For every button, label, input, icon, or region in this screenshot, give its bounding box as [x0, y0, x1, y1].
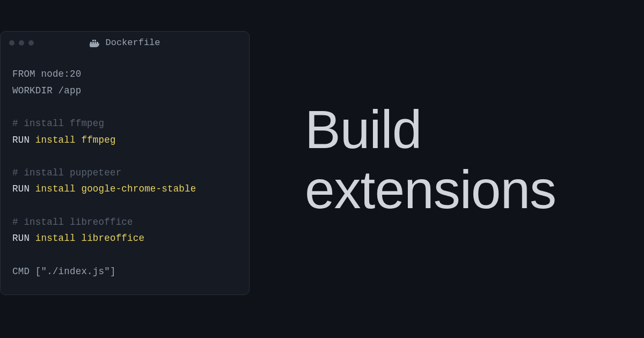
code-blank-line: [12, 247, 237, 263]
code-window: Dockerfile FROM node:20WORKDIR /app# ins…: [0, 31, 250, 295]
code-line: CMD ["./index.js"]: [12, 263, 237, 280]
code-token: RUN: [12, 183, 35, 194]
code-token: install ffmpeg: [35, 135, 116, 145]
minimize-dot[interactable]: [19, 40, 24, 46]
code-blank-line: [12, 148, 237, 165]
window-title-group: Dockerfile: [89, 38, 160, 48]
code-line: RUN install ffmpeg: [12, 132, 237, 149]
code-token: install google-chrome-stable: [35, 183, 196, 194]
window-titlebar: Dockerfile: [1, 32, 249, 54]
code-line: WORKDIR /app: [12, 83, 237, 99]
code-line: # install puppeteer: [12, 165, 237, 181]
code-blank-line: [12, 197, 237, 214]
code-token: # install puppeteer: [12, 167, 121, 178]
headline: Build extensions: [305, 99, 556, 219]
headline-line-2: extensions: [305, 159, 556, 219]
close-dot[interactable]: [9, 40, 14, 46]
code-line: RUN install google-chrome-stable: [12, 181, 237, 197]
code-token: FROM node:20: [12, 69, 81, 79]
code-token: install libreoffice: [35, 233, 144, 244]
code-line: # install libreoffice: [12, 214, 237, 231]
traffic-lights: [9, 40, 34, 46]
code-token: CMD ["./index.js"]: [12, 266, 116, 277]
code-body: FROM node:20WORKDIR /app# install ffmpeg…: [1, 54, 249, 295]
code-token: RUN: [12, 135, 35, 145]
code-token: # install ffmpeg: [12, 118, 104, 129]
code-line: FROM node:20: [12, 66, 237, 83]
code-line: RUN install libreoffice: [12, 230, 237, 247]
code-token: WORKDIR /app: [12, 85, 81, 96]
code-token: RUN: [12, 233, 35, 244]
headline-line-1: Build: [305, 99, 556, 159]
code-blank-line: [12, 99, 237, 115]
maximize-dot[interactable]: [28, 40, 34, 46]
code-line: # install ffmpeg: [12, 115, 237, 132]
docker-icon: [89, 39, 100, 47]
window-title: Dockerfile: [105, 38, 160, 48]
code-token: # install libreoffice: [12, 217, 133, 227]
